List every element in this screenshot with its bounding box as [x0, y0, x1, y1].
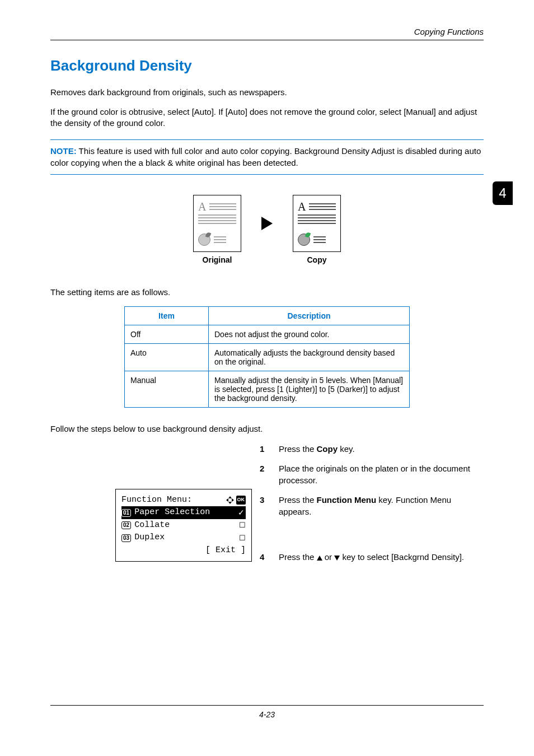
step-text: Press the: [279, 444, 317, 454]
lcd-softkey: [ Exit ]: [121, 544, 246, 557]
table-row: Manual Manually adjust the density in 5 …: [125, 371, 410, 408]
dpad-icon: [226, 496, 234, 504]
step-number: 2: [260, 463, 270, 486]
illus-copy: A Copy: [293, 195, 341, 264]
step-4: 4 Press the or key to select [Backgrnd D…: [260, 551, 484, 563]
lcd-item-label: Collate: [134, 519, 239, 532]
chapter-tab: 4: [493, 181, 513, 205]
step-text: Press the: [279, 495, 317, 505]
page-number: 4-23: [50, 710, 484, 719]
lcd-item-label: Paper Selection: [134, 506, 238, 519]
note-label: NOTE:: [50, 146, 77, 156]
arrow-icon: [261, 195, 273, 252]
th-desc: Description: [209, 307, 410, 325]
illus-original: A Original: [193, 195, 241, 264]
lcd-item-label: Duplex: [134, 531, 239, 544]
table-leadin: The setting items are as follows.: [50, 287, 484, 298]
doc-letter: A: [198, 201, 206, 212]
checkbox-icon: ☐: [239, 533, 246, 544]
steps-area: 1 Press the Copy key. 2 Place the origin…: [50, 443, 484, 563]
original-page-icon: A: [193, 195, 241, 252]
doc-letter: A: [298, 201, 306, 212]
step-text: or: [322, 552, 335, 562]
up-arrow-icon: [317, 556, 322, 561]
ok-icon: OK: [236, 496, 246, 505]
down-arrow-icon: [334, 556, 340, 561]
step-number: 3: [260, 494, 270, 517]
key-name: Function Menu: [317, 495, 377, 505]
step-number: 1: [260, 443, 270, 455]
table-row: Auto Automatically adjusts the backgroun…: [125, 344, 410, 371]
cell-item: Off: [125, 325, 209, 344]
cell-desc: Automatically adjusts the background den…: [209, 344, 410, 371]
cell-item: Auto: [125, 344, 209, 371]
step-1: 1 Press the Copy key.: [260, 443, 484, 455]
intro-para-2: If the ground color is obtrusive, select…: [50, 106, 484, 129]
original-caption: Original: [193, 255, 241, 264]
note-block: NOTE: This feature is used with full col…: [50, 139, 484, 175]
copy-page-icon: A: [293, 195, 341, 252]
intro-para-1: Removes dark background from originals, …: [50, 87, 484, 99]
note-text: This feature is used with full color and…: [50, 146, 481, 167]
step-3: 3 Press the Function Menu key. Function …: [260, 494, 484, 517]
cell-item: Manual: [125, 371, 209, 408]
step-number: 4: [260, 551, 270, 563]
running-header: Copying Functions: [50, 27, 484, 40]
key-name: Copy: [317, 444, 338, 454]
step-text: key.: [338, 444, 355, 454]
illustration: A Original A: [50, 195, 484, 264]
copy-caption: Copy: [293, 255, 341, 264]
step-text: Press the: [279, 552, 317, 562]
lcd-item-number: 02: [121, 521, 131, 529]
cell-desc: Manually adjust the density in 5 levels.…: [209, 371, 410, 408]
table-row: Off Does not adjust the ground color.: [125, 325, 410, 344]
top-rule: [50, 40, 484, 40]
checkbox-icon: ☐: [239, 520, 246, 531]
step-text: key to select [Backgrnd Density].: [340, 552, 464, 562]
step-text: Place the originals on the platen or in …: [279, 463, 484, 486]
cell-desc: Does not adjust the ground color.: [209, 325, 410, 344]
step-2: 2 Place the originals on the platen or i…: [260, 463, 484, 486]
section-title: Background Density: [50, 57, 484, 74]
lcd-panel: Function Menu: OK 01 Paper Selection ✓ 0…: [115, 489, 252, 562]
lcd-item-number: 03: [121, 534, 131, 542]
settings-table: Item Description Off Does not adjust the…: [124, 306, 410, 408]
check-icon: ✓: [238, 507, 246, 519]
follow-para: Follow the steps below to use background…: [50, 423, 484, 435]
lcd-item-number: 01: [121, 509, 131, 517]
th-item: Item: [125, 307, 209, 325]
lcd-title: Function Menu:: [121, 494, 226, 507]
footer-rule: [50, 705, 484, 706]
